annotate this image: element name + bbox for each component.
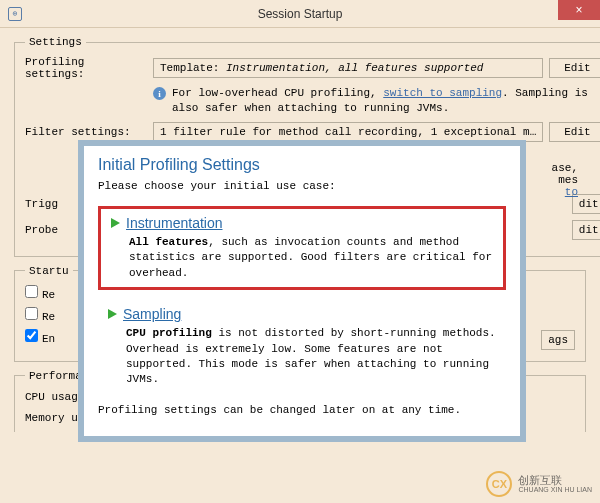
filter-row: Filter settings: 1 filter rule for metho… [25,122,600,142]
checkbox-1[interactable] [25,285,38,298]
info-icon: i [153,87,166,100]
startup-legend: Startu [25,265,73,277]
settings-legend: Settings [25,36,86,48]
profiling-row: Profiling settings: Template: Instrument… [25,56,600,80]
obscured-link[interactable]: to [552,186,578,198]
startup-button[interactable]: ags [541,330,575,350]
profiling-info: i For low-overhead CPU profiling, switch… [153,86,600,116]
watermark-logo-icon: CX [486,471,512,497]
arrow-right-icon [111,218,120,228]
dialog-footer: Profiling settings can be changed later … [98,404,506,416]
info-text: For low-overhead CPU profiling, switch t… [172,86,600,116]
profiling-edit-button[interactable]: Edit [549,58,600,78]
filter-label: Filter settings: [25,126,147,138]
checkbox-2[interactable] [25,307,38,320]
filter-field[interactable]: 1 filter rule for method call recording,… [153,122,543,142]
instrumentation-desc: All features, such as invocation counts … [129,235,493,281]
profiling-label: Profiling settings: [25,56,147,80]
instrumentation-link[interactable]: Instrumentation [126,215,223,231]
arrow-right-icon [108,309,117,319]
sampling-desc: CPU profiling is not distorted by short-… [126,326,496,388]
option-sampling[interactable]: Sampling CPU profiling is not distorted … [98,300,506,394]
watermark: CX 创新互联 CHUANG XIN HU LIAN [486,471,592,497]
option-instrumentation[interactable]: Instrumentation All features, such as in… [98,206,506,290]
checkbox-3[interactable] [25,329,38,342]
probe-edit-button[interactable]: dit [572,220,600,240]
dialog-title: Initial Profiling Settings [98,156,506,174]
close-button[interactable]: × [558,0,600,20]
obscured-text: ase, mes to [552,162,578,198]
window-title: Session Startup [258,7,343,21]
template-value: Instrumentation, all features supported [226,62,483,74]
template-prefix: Template: [160,62,226,74]
profiling-template-field[interactable]: Template: Instrumentation, all features … [153,58,543,78]
app-icon: ⊕ [8,7,22,21]
info-pre: For low-overhead CPU profiling, [172,87,383,99]
sampling-link[interactable]: Sampling [123,306,181,322]
titlebar: ⊕ Session Startup × [0,0,600,28]
dialog-subtitle: Please choose your initial use case: [98,180,506,192]
initial-profiling-dialog: Initial Profiling Settings Please choose… [78,140,526,442]
switch-to-sampling-link[interactable]: switch to sampling [383,87,502,99]
filter-edit-button[interactable]: Edit [549,122,600,142]
watermark-text: 创新互联 CHUANG XIN HU LIAN [518,474,592,494]
